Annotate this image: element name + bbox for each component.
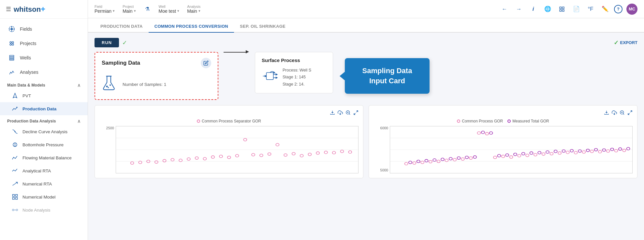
svg-line-36 [349,114,350,115]
run-bar: RUN ✓ ✓ EXPORT [95,38,637,47]
topbar: Field Permian ▾ Project Main ▾ ⚗ Well [88,0,644,18]
info-icon[interactable]: i [528,4,538,14]
svg-point-57 [236,154,239,157]
svg-point-53 [203,157,206,160]
topbar-left: Field Permian ▾ Project Main ▾ ⚗ Well [95,5,200,14]
sidebar-item-wells[interactable]: Wells [0,51,88,65]
well-selector[interactable]: Well Moe test ▾ [159,5,180,14]
section1-chevron[interactable]: ∧ [77,83,80,88]
svg-point-118 [473,156,476,158]
chart1-plot-area: 2500 [99,126,359,173]
sampling-card-body: Number of Samples: 1 [102,75,211,94]
chart1-toolbar [99,110,359,116]
menu-icon[interactable]: ☰ [6,6,11,13]
field-selector[interactable]: Field Permian ▾ [95,5,115,14]
tab-common-process[interactable]: COMMON PROCESS CONVERSION [149,21,234,33]
temperature-icon[interactable]: °F [585,4,596,14]
chart2-zoom-icon[interactable] [620,110,625,116]
sampling-card-edit-button[interactable] [201,58,211,68]
edit-icon[interactable]: ✏️ [600,4,610,14]
sidebar-item-numerical-rta[interactable]: Numerical RTA [0,177,88,190]
sidebar-item-pvt[interactable]: PVT [0,89,88,102]
svg-line-39 [356,111,358,112]
svg-point-59 [252,153,255,156]
chart1-svg [116,126,358,173]
back-button[interactable]: ← [499,4,510,14]
user-avatar[interactable]: MC [626,4,637,15]
svg-point-94 [502,155,505,158]
svg-rect-21 [560,9,561,11]
chart-gor: Common Process GOR Measured Total GOR 60… [369,105,637,178]
svg-point-63 [284,154,287,156]
forward-button[interactable]: → [514,4,524,14]
sidebar-item-numerical-model[interactable]: Numerical Model [0,190,88,203]
svg-point-26 [108,87,109,88]
svg-point-16 [12,209,14,211]
chart1-y-axis: 2500 [99,126,116,173]
sidebar-item-node-analysis[interactable]: Node Analysis [0,203,88,216]
chart2-download-icon[interactable] [604,110,609,116]
document-icon[interactable]: 📄 [571,4,581,14]
svg-point-92 [485,132,489,135]
pvt-icon [11,92,19,99]
svg-point-2 [12,41,14,43]
chart2-y-axis: 6000 5000 [373,126,390,173]
logo-text: whitson+ [14,5,45,14]
tab-bar: PRODUCTION DATA COMMON PROCESS CONVERSIO… [88,18,644,33]
chart2-save-icon[interactable] [612,110,617,116]
chart1-download-icon[interactable] [330,110,335,116]
chart1-zoom-icon[interactable] [345,110,351,116]
section2-chevron[interactable]: ∧ [77,119,80,124]
sidebar-item-production-data[interactable]: Production Data [0,102,88,115]
chart1-expand-icon[interactable] [353,110,359,116]
sidebar-item-bottomhole-pressure[interactable]: Bottomhole Pressure [0,138,88,151]
cards-row: Sampling Data [95,52,637,100]
svg-line-74 [623,114,624,115]
project-selector[interactable]: Project Main ▾ [123,5,136,14]
svg-point-136 [619,148,622,150]
flowing-icon [11,154,19,161]
legend-measured-gor: Measured Total GOR [507,119,549,123]
svg-point-129 [562,150,565,152]
svg-point-1 [10,41,11,43]
svg-point-55 [219,155,223,158]
run-button[interactable]: RUN [95,38,119,47]
legend-dot-pink [197,120,200,123]
sidebar-item-analytical-rta[interactable]: Analytical RTA [0,164,88,177]
analyses-label: Analyses [20,70,38,75]
sidebar-item-decline-curve[interactable]: Decline Curve Analysis [0,125,88,138]
svg-point-66 [308,153,311,156]
svg-point-106 [598,151,602,153]
sidebar: ☰ whitson+ Fields Projects [0,0,88,240]
sampling-card-info: Number of Samples: 1 [123,82,166,87]
sidebar-item-fields[interactable]: Fields [0,22,88,36]
chart2-plot-area: 6000 5000 [373,126,633,173]
chart1-save-icon[interactable] [338,110,343,116]
grid-icon[interactable] [557,4,567,14]
tab-production-data[interactable]: PRODUCTION DATA [95,21,149,33]
help-icon[interactable]: ? [614,5,622,13]
tab-sep-oil[interactable]: SEP. OIL SHRINKAGE [234,21,291,33]
svg-rect-12 [13,195,15,197]
decline-curve-icon [11,128,19,135]
run-check-icon: ✓ [122,39,127,46]
globe-icon[interactable]: 🌐 [542,4,553,14]
svg-line-40 [354,113,356,115]
surface-card-info: Process: Well S Stage 1: 145 Stage 2: 14… [283,67,311,88]
chart2-expand-icon[interactable] [627,110,633,116]
sampling-card: Sampling Data [95,52,218,100]
svg-point-4 [12,44,14,45]
svg-point-65 [300,154,303,157]
svg-point-95 [510,156,513,158]
arrow-area: ▶ [224,52,250,53]
sidebar-item-projects[interactable]: Projects [0,36,88,51]
sidebar-item-flowing-material[interactable]: Flowing Material Balance [0,151,88,164]
filter-icon[interactable]: ⚗ [145,6,150,12]
analysis-selector[interactable]: Analysis Main ▾ [187,5,200,14]
legend-dot-pink2 [457,120,460,123]
numerical-rta-label: Numerical RTA [22,182,52,186]
numerical-model-label: Numerical Model [22,195,55,200]
sidebar-item-analyses[interactable]: Analyses [0,65,88,79]
svg-point-121 [497,154,501,157]
export-button[interactable]: ✓ EXPORT [614,39,637,46]
